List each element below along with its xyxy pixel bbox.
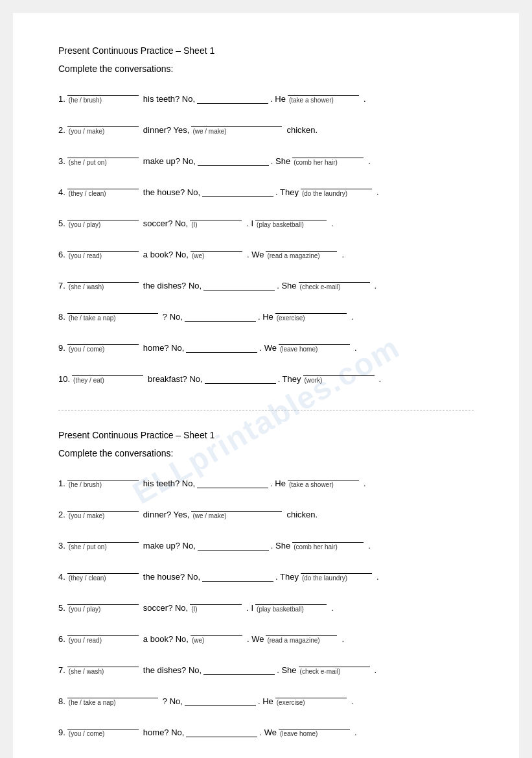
blank-field[interactable]: [67, 718, 139, 729]
list-item: 9. (you / come) home? No, . We (leave ho…: [58, 333, 474, 353]
blank-field[interactable]: [202, 570, 273, 582]
blank-field[interactable]: [203, 279, 275, 290]
hint-label: (she / put on): [67, 543, 107, 551]
blank-field[interactable]: [185, 310, 256, 322]
blank-field[interactable]: [279, 333, 350, 345]
text-word: make up? No,: [143, 156, 196, 166]
hint-label: (I): [190, 221, 197, 228]
blank-field[interactable]: [67, 500, 139, 512]
blank-field[interactable]: [191, 240, 242, 252]
list-item: 4. (they / clean) the house? No, . They …: [58, 562, 474, 582]
blank-field[interactable]: [67, 593, 139, 605]
blank-field[interactable]: [67, 562, 139, 574]
hint-label: (he / brush): [67, 481, 102, 488]
blank-field[interactable]: [67, 302, 158, 314]
hint-label: (do the laundry): [301, 190, 347, 197]
hint-label: (they / clean): [67, 190, 106, 197]
blank-field[interactable]: [205, 372, 276, 384]
item-number: 5.: [58, 603, 65, 613]
blank-segment: (we / make): [191, 115, 282, 135]
blank-field[interactable]: [198, 154, 269, 166]
page: ELLprintables.com Present Continuous Pra…: [13, 13, 519, 758]
blank-field[interactable]: [301, 178, 372, 189]
blank-field[interactable]: [266, 624, 337, 636]
blank-field[interactable]: [67, 624, 139, 636]
item-number: 7.: [58, 281, 65, 290]
blank-field[interactable]: [301, 562, 372, 574]
blank-field[interactable]: [190, 593, 242, 605]
hint-label: (leave home): [279, 730, 318, 737]
text-word: . They: [278, 374, 301, 384]
blank-segment: (take a shower): [288, 469, 359, 488]
blank-field[interactable]: [279, 718, 350, 729]
blank-field[interactable]: [198, 539, 269, 551]
blank-field[interactable]: [67, 240, 139, 252]
blank-segment: (she / put on): [67, 531, 139, 551]
blank-field[interactable]: [67, 147, 139, 158]
blank-field[interactable]: [67, 469, 139, 480]
hint-label: (you / read): [67, 637, 102, 644]
item-number: 8.: [58, 696, 65, 706]
blank-field[interactable]: [203, 663, 275, 675]
blank-field[interactable]: [67, 84, 139, 96]
blank-segment: (they / eat): [72, 749, 143, 758]
blank-field[interactable]: [67, 115, 139, 127]
blank-field[interactable]: [67, 209, 139, 220]
text-word: breakfast? No,: [148, 374, 203, 384]
blank-segment: (you / come): [67, 718, 139, 737]
item-number: 4.: [58, 187, 65, 197]
item-number: 6.: [58, 634, 65, 644]
blank-field[interactable]: [67, 178, 139, 189]
blank-field[interactable]: [186, 726, 257, 737]
blank-field[interactable]: [288, 469, 359, 480]
hint-label: (you / play): [67, 606, 100, 613]
list-item: 5. (you / play) soccer? No, (I) . I (pla…: [58, 593, 474, 613]
blank-field[interactable]: [67, 271, 139, 283]
blank-field[interactable]: [67, 656, 139, 667]
blank-segment: (they / eat): [72, 364, 143, 384]
text-word: the dishes? No,: [143, 665, 202, 675]
blank-field[interactable]: [266, 240, 337, 252]
blank-field[interactable]: [202, 185, 273, 197]
sheet-1: Present Continuous Practice – Sheet 1 Co…: [58, 45, 474, 384]
text-word: .: [368, 156, 371, 166]
blank-field[interactable]: [303, 364, 375, 376]
hint-label: (they / clean): [67, 574, 106, 582]
item-number: 9.: [58, 343, 65, 353]
text-word: chicken.: [286, 510, 318, 519]
blank-field[interactable]: [303, 749, 375, 758]
blank-field[interactable]: [275, 302, 347, 314]
blank-segment: (read a magazine): [266, 624, 337, 644]
blank-field[interactable]: [186, 341, 257, 353]
text-word: .: [364, 94, 366, 104]
blank-field[interactable]: [72, 364, 143, 376]
text-word: soccer? No,: [143, 219, 188, 228]
item-number: 3.: [58, 156, 65, 166]
blank-field[interactable]: [191, 115, 282, 127]
blank-field[interactable]: [255, 593, 327, 605]
blank-segment: (she / wash): [67, 656, 139, 675]
list-item: 7. (she / wash) the dishes? No, . She (c…: [58, 656, 474, 675]
blank-segment: (I): [190, 593, 242, 613]
blank-field[interactable]: [292, 147, 364, 158]
blank-field[interactable]: [275, 687, 347, 698]
blank-field[interactable]: [197, 477, 268, 488]
blank-field[interactable]: [197, 92, 268, 104]
blank-field[interactable]: [288, 84, 359, 96]
blank-field[interactable]: [67, 333, 139, 345]
blank-segment: (read a magazine): [266, 240, 337, 259]
sheet-2-title: Present Continuous Practice – Sheet 1: [58, 430, 474, 440]
blank-field[interactable]: [190, 209, 242, 220]
blank-field[interactable]: [191, 624, 242, 636]
blank-field[interactable]: [299, 271, 370, 283]
blank-field[interactable]: [299, 656, 370, 667]
blank-field[interactable]: [255, 209, 327, 220]
blank-field[interactable]: [67, 531, 139, 543]
blank-field[interactable]: [72, 749, 143, 758]
blank-field[interactable]: [191, 500, 282, 512]
blank-segment: (you / read): [67, 624, 139, 644]
blank-field[interactable]: [292, 531, 364, 543]
hint-label: (comb her hair): [292, 543, 338, 551]
blank-field[interactable]: [185, 694, 256, 706]
blank-field[interactable]: [67, 687, 158, 698]
